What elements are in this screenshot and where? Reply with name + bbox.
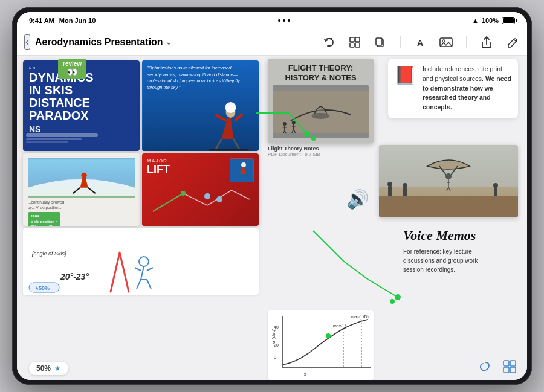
- title-chevron-icon: ⌄: [166, 38, 172, 47]
- slides-grid: NS DYNAMICSIN SKISDISTANCEPARADOXNS: [23, 60, 259, 295]
- book-caption: Flight Theory Notes: [268, 146, 374, 152]
- svg-rect-53: [510, 367, 516, 373]
- svg-rect-2: [350, 43, 354, 47]
- svg-point-49: [493, 183, 498, 188]
- svg-text:50%: 50%: [39, 285, 50, 291]
- svg-rect-3: [355, 43, 360, 47]
- svg-text:★: ★: [34, 285, 39, 291]
- svg-rect-1: [355, 37, 360, 42]
- svg-rect-0: [350, 37, 354, 42]
- svg-text:A: A: [417, 38, 423, 48]
- status-bar: 9:41 AM Mon Jun 10 ▲ 100%: [17, 12, 527, 29]
- sound-icon: 🔊: [346, 188, 369, 210]
- signal-icon: ▲: [472, 17, 479, 24]
- slide-3-stat: 1984V ski position =28% more lift: [28, 212, 60, 226]
- svg-point-18: [181, 191, 186, 196]
- ipad-screen: 9:41 AM Mon Jun 10 ▲ 100% ‹ Aerodynamics…: [17, 12, 527, 380]
- voice-memos-section: Voice Memos For reference: key lecture d…: [403, 228, 518, 274]
- slide-4-chart: [147, 187, 254, 214]
- ipad-frame: 9:41 AM Mon Jun 10 ▲ 100% ‹ Aerodynamics…: [12, 7, 532, 385]
- historical-photo: [379, 145, 518, 217]
- svg-text:40: 40: [274, 325, 279, 329]
- review-label: review: [63, 60, 82, 67]
- sketch-area: [angle of Skis] 20°-23° 50%: [23, 228, 259, 295]
- text-button[interactable]: A: [413, 34, 429, 50]
- svg-point-48: [403, 183, 407, 188]
- svg-text:[angle of Skis]: [angle of Skis]: [31, 251, 66, 257]
- slide-4-bg: MAJOR LIFT: [142, 153, 259, 226]
- time: 9:41 AM: [29, 17, 54, 24]
- svg-rect-52: [504, 367, 509, 373]
- svg-point-13: [225, 102, 236, 113]
- date: Mon Jun 10: [59, 17, 96, 24]
- svg-point-23: [139, 257, 149, 266]
- content-area: review 👀 NS DYNAMICSIN SKISDISTANCEPARAD…: [17, 56, 527, 380]
- slide-1-waves: [26, 129, 137, 145]
- svg-point-8: [442, 40, 445, 42]
- book-file-info: PDF Document · 9.7 MB: [268, 152, 374, 157]
- green-dot-2: [390, 299, 395, 304]
- back-button[interactable]: ‹: [24, 34, 30, 50]
- voice-memos-desc: For reference: key lecture discussions a…: [403, 247, 497, 274]
- flight-theory-section[interactable]: FLIGHT THEORY:HISTORY & NOTES: [268, 59, 374, 157]
- undo-button[interactable]: [322, 34, 337, 50]
- back-chevron-icon: ‹: [25, 36, 29, 48]
- svg-point-40: [312, 113, 330, 119]
- svg-text:α (deg): α (deg): [271, 328, 276, 344]
- svg-rect-46: [379, 196, 518, 217]
- svg-point-20: [216, 196, 222, 202]
- review-emoji: 👀: [63, 67, 82, 77]
- svg-point-45: [445, 173, 452, 179]
- svg-point-47: [387, 182, 392, 187]
- review-sticky[interactable]: review 👀: [58, 59, 86, 79]
- svg-rect-5: [376, 38, 382, 45]
- svg-point-41: [283, 122, 287, 126]
- svg-point-15: [82, 173, 87, 178]
- media-button[interactable]: [438, 34, 454, 50]
- book-title: FLIGHT THEORY:HISTORY & NOTES: [273, 63, 369, 82]
- battery-percent: 100%: [482, 17, 499, 24]
- reference-text: Include references, cite print and physi…: [423, 65, 512, 112]
- voice-memos-title: Voice Memos: [403, 228, 518, 243]
- svg-text:max(L): max(L): [333, 324, 346, 329]
- battery-icon: [502, 17, 515, 24]
- slide-4-title: LIFT: [147, 164, 170, 175]
- graph-area: α (deg) x max(L) max(L/D) 40 20 0: [268, 310, 374, 380]
- green-dot-1: [311, 136, 316, 141]
- slide-3-text: ...continually evolvedby... V ski positi…: [28, 199, 135, 210]
- zoom-percent: 50%: [36, 364, 51, 373]
- slide-2-quote: "Optimizations have allowed for increase…: [147, 65, 254, 91]
- slide-2[interactable]: "Optimizations have allowed for increase…: [142, 60, 259, 151]
- status-left: 9:41 AM Mon Jun 10: [29, 17, 96, 24]
- book-image: [273, 85, 369, 138]
- slide-3[interactable]: ...continually evolvedby... V ski positi…: [23, 153, 140, 226]
- grid-view-button[interactable]: [347, 34, 363, 50]
- share-button[interactable]: [479, 34, 494, 50]
- svg-point-10: [395, 294, 401, 300]
- toolbar: ‹ Aerodynamics Presentation ⌄ A: [17, 29, 527, 56]
- slide-4[interactable]: MAJOR LIFT: [142, 153, 259, 226]
- star-icon: ★: [54, 364, 61, 373]
- svg-text:20°-23°: 20°-23°: [60, 272, 89, 281]
- svg-point-42: [292, 121, 296, 124]
- bottom-lasso-icon[interactable]: [477, 358, 494, 375]
- bottom-grid-icon[interactable]: [501, 358, 518, 375]
- svg-point-19: [204, 193, 210, 199]
- reference-card: 📕 Include references, cite print and phy…: [388, 59, 518, 118]
- slide-1-title: DYNAMICSIN SKISDISTANCEPARADOXNS: [29, 71, 134, 135]
- svg-rect-51: [510, 361, 516, 366]
- svg-rect-50: [504, 361, 509, 366]
- book-icon: 📕: [394, 65, 416, 86]
- edit-button[interactable]: [504, 34, 520, 50]
- svg-text:20: 20: [274, 343, 279, 347]
- svg-point-38: [326, 333, 331, 338]
- copy-button[interactable]: [372, 34, 388, 50]
- zoom-controls[interactable]: 50% ★: [29, 362, 68, 375]
- svg-text:x: x: [304, 372, 306, 376]
- status-dots: [278, 19, 290, 22]
- bottom-right-tools: [477, 358, 518, 375]
- document-title[interactable]: Aerodynamics Presentation ⌄: [35, 37, 172, 48]
- slide-3-photo: [28, 158, 135, 198]
- book-cover[interactable]: FLIGHT THEORY:HISTORY & NOTES: [268, 59, 374, 143]
- svg-point-17: [241, 162, 246, 167]
